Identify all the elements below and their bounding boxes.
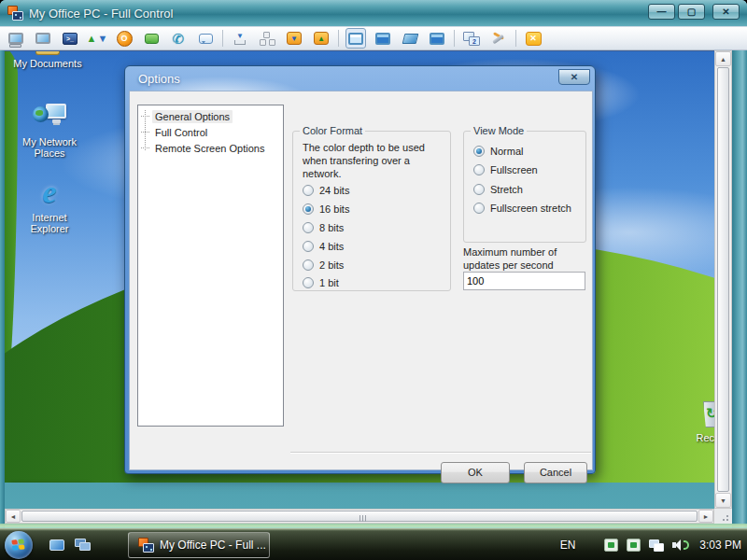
taskbar-button-my-office-pc[interactable]: My Office PC - Full ... [128,532,270,558]
radio-button[interactable] [303,222,314,233]
chat-icon[interactable] [141,28,162,49]
stretch-view-icon[interactable] [400,28,420,49]
toolbar-separator [222,30,223,47]
radio-normal[interactable]: Normal [473,146,523,157]
view-mode-legend: View Mode [471,125,527,136]
voice-call-icon[interactable]: ✆ [168,28,189,49]
radio-button[interactable] [473,203,485,214]
desktop-icon-my-documents[interactable]: My Documents [12,50,83,69]
icon-label: My Documents [13,58,81,69]
view-screen-icon[interactable] [33,28,53,49]
internet-explorer-icon: e [33,177,66,209]
desktop-icon-internet-explorer[interactable]: e Internet Explorer [14,177,85,234]
radio-button[interactable] [303,259,314,271]
radio-stretch[interactable]: Stretch [473,184,523,195]
desktop-icon-my-network-places[interactable]: My Network Places [14,104,85,159]
host-taskbar: My Office PC - Full ... EN 3:03 PM [0,528,747,560]
vertical-scrollbar[interactable]: ▲ ▼ [714,50,732,509]
tray-volume-icon[interactable] [672,539,689,552]
host-language-indicator[interactable]: EN [560,539,576,552]
fullscreen-view-icon[interactable] [373,28,393,49]
tray-network-icon[interactable] [649,539,664,552]
command-prompt-icon[interactable]: >_ [60,28,80,49]
desktop-icon-recycle-bin[interactable]: ↻ Recycle [684,399,714,443]
window-titlebar[interactable]: My Office PC - Full Control — ▢ ✕ [0,0,747,26]
tray-remote-app-icon-2[interactable] [627,539,641,552]
close-button[interactable]: ✕ [712,4,740,20]
radio-button[interactable] [303,241,314,252]
icon-label: Recycle [696,432,714,443]
window-controls: — ▢ ✕ [648,4,740,20]
fullscreen-stretch-view-icon[interactable] [427,28,447,49]
tree-connector [141,116,149,117]
switch-windows-icon[interactable] [75,539,91,551]
remote-control-icon[interactable] [6,28,26,49]
tree-item-full-control[interactable]: Full Control [138,124,283,140]
radio-16-bits[interactable]: 16 bits [303,203,349,215]
tree-item-general-options[interactable]: General Options [138,108,283,124]
radio-fullscreen[interactable]: Fullscreen [473,164,538,175]
scrollbar-corner [714,509,732,524]
radio-8-bits[interactable]: 8 bits [303,222,344,233]
install-download-icon[interactable]: ▼ [230,28,250,49]
show-desktop-icon[interactable] [49,539,64,551]
scroll-left-icon[interactable]: ◄ [6,510,21,523]
options-category-tree: General Options Full Control Remote Scre… [137,105,284,427]
host-clock[interactable]: 3:03 PM [699,539,741,552]
color-format-groupbox: Color Format The color depth to be used … [292,131,451,291]
minimize-button[interactable]: — [648,4,675,20]
options-dialog-titlebar[interactable]: Options [125,66,595,91]
cancel-button[interactable]: Cancel [524,462,587,483]
window-border-right [732,50,747,528]
radio-1-bit[interactable]: 1 bit [303,277,339,288]
options-dialog-close-button[interactable]: ✕ [558,69,590,85]
windows-flag-icon [11,539,25,551]
select-monitor-icon[interactable]: 2 [461,28,482,49]
radio-2-bits[interactable]: 2 bits [303,259,344,271]
radio-4-bits[interactable]: 4 bits [303,241,344,252]
recycle-bin-icon: ↻ [700,399,714,429]
toolbar: >_ ▲▼ O ✆ ▼ ▼ ▲ 2 ✕ [0,26,747,50]
max-updates-input[interactable] [463,272,585,290]
app-icon [7,6,23,21]
file-transfer-icon[interactable]: ▲▼ [87,28,107,49]
settings-tools-icon[interactable] [488,28,509,49]
disconnect-icon[interactable]: ✕ [523,28,543,49]
toolbar-separator [515,30,516,47]
options-dialog-body: General Options Full Control Remote Scre… [129,91,593,470]
power-options-icon[interactable]: O [114,28,134,49]
send-message-icon[interactable] [195,28,216,49]
vertical-scroll-thumb[interactable] [717,67,729,492]
horizontal-scroll-thumb[interactable] [21,511,698,522]
horizontal-scrollbar[interactable]: ◄ ► [5,509,714,524]
tree-item-remote-screen-options[interactable]: Remote Screen Options [138,140,283,156]
start-orb[interactable] [5,531,33,559]
scroll-right-icon[interactable]: ► [698,510,713,523]
radio-button-selected[interactable] [473,146,485,157]
send-files-icon[interactable]: ▲ [311,28,331,49]
scroll-up-icon[interactable]: ▲ [715,51,731,66]
toolbar-separator [454,30,455,47]
radio-24-bits[interactable]: 24 bits [303,185,349,196]
taskbar-button-label: My Office PC - Full ... [160,539,266,552]
send-keys-icon[interactable] [257,28,277,49]
dialog-separator [290,452,591,453]
radio-button[interactable] [303,185,314,196]
options-dialog-title: Options [138,72,180,86]
radio-button-selected[interactable] [303,203,314,215]
app-icon [138,538,154,553]
max-updates-label: Maximum number of updates per second [463,245,594,272]
normal-view-icon[interactable] [345,28,366,49]
maximize-button[interactable]: ▢ [678,4,705,20]
radio-fullscreen-stretch[interactable]: Fullscreen stretch [473,203,571,214]
color-format-legend: Color Format [300,125,365,136]
tree-connector [141,132,149,133]
receive-files-icon[interactable]: ▼ [284,28,304,49]
window-title: My Office PC - Full Control [29,7,173,21]
radio-button[interactable] [473,184,485,195]
tray-remote-app-icon-1[interactable] [604,539,618,552]
radio-button[interactable] [473,164,485,175]
radio-button[interactable] [303,277,314,288]
ok-button[interactable]: OK [441,462,510,483]
scroll-down-icon[interactable]: ▼ [715,493,731,508]
